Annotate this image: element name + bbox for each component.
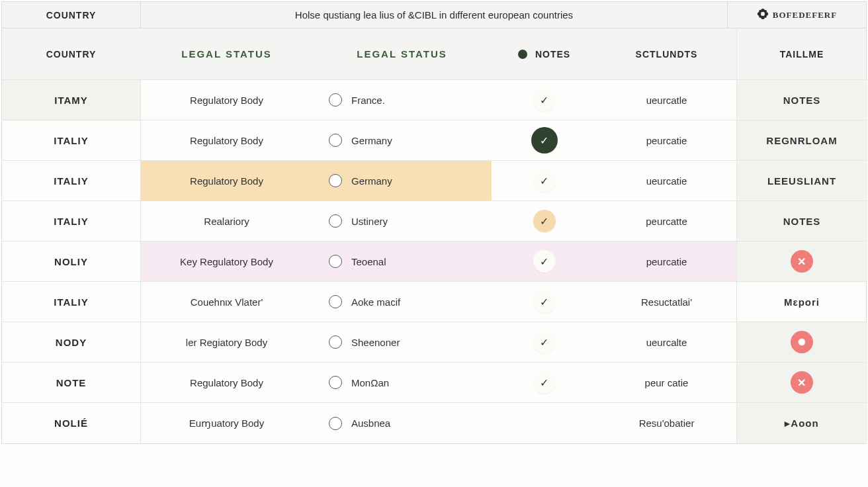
table-row[interactable]: ITALIYRegulatory BodyGermany✓ueurcatieLE… — [2, 161, 866, 201]
cell-legal-country: Ausbnea — [313, 403, 492, 443]
gear-icon[interactable]: ✺ — [791, 331, 813, 353]
flower-icon — [757, 8, 769, 22]
cell-legal-body: Euɱuatory Body — [141, 403, 313, 443]
cell-notes: ✓ — [492, 363, 597, 402]
check-icon[interactable]: ✓ — [531, 127, 558, 154]
cell-tail: Mεpori — [736, 282, 867, 322]
table-header-row: COUNTRY LEGAL STATUS LEGAL STATUS NOTES … — [2, 28, 866, 80]
cell-tail: ▸Aoon — [736, 403, 867, 443]
cell-sct: Resu'obatier — [597, 403, 736, 443]
regulatory-table: COUNTRY Holse qustiang lea lius of &CIBL… — [1, 1, 867, 444]
radio-icon[interactable] — [329, 93, 342, 107]
cell-sct: peurcatte — [597, 201, 736, 241]
check-icon[interactable]: ✓ — [533, 290, 556, 313]
cell-tail: NOTES — [736, 201, 867, 241]
svg-point-4 — [759, 10, 761, 13]
cell-legal-country-label: Aoke macif — [351, 296, 400, 308]
cell-sct: Resuctatlai' — [597, 282, 736, 322]
cell-country: ITALIY — [2, 282, 141, 322]
check-icon[interactable]: ✓ — [533, 331, 556, 353]
check-icon[interactable]: ✓ — [533, 371, 556, 394]
radio-icon[interactable] — [329, 134, 342, 147]
cell-legal-country-label: MonΩan — [351, 377, 389, 388]
svg-point-5 — [763, 10, 766, 13]
cell-tail: NOTES — [736, 80, 867, 120]
table-row[interactable]: NOTERegulatory BodyMonΩan✓peur catie✕ — [2, 363, 866, 403]
cell-legal-country: Aoke macif — [313, 282, 492, 322]
cell-legal-country-label: Germany — [351, 135, 392, 146]
cell-legal-country: Ustinery — [313, 201, 492, 241]
svg-point-6 — [759, 15, 761, 17]
cell-legal-country-label: Germany — [351, 175, 392, 187]
table-row[interactable]: ITALIYCouehnιx Vlater'Aoke macif✓Resucta… — [2, 282, 866, 322]
cell-country: NOLIY — [2, 242, 141, 281]
table-row[interactable]: ITAMYRegulatory BodyFrance.✓ueurcatleNOT… — [2, 80, 866, 120]
cell-tail: ✺ — [736, 322, 867, 362]
cell-legal-country: Germany — [313, 161, 492, 200]
brand-text: BOFEDEFERF — [773, 10, 837, 21]
table-row[interactable]: NODYler Regiatory BodySheenoner✓ueurcalt… — [2, 322, 866, 363]
cell-sct: ueurcatle — [597, 80, 736, 120]
table-row[interactable]: ITALIYRegulatory BodyGermany✓peurcatieRE… — [2, 120, 866, 161]
th-legal-1: LEGAL STATUS — [141, 28, 313, 79]
radio-icon[interactable] — [329, 174, 342, 187]
check-icon[interactable]: ✓ — [533, 169, 556, 192]
cell-country: NODY — [2, 322, 141, 362]
th-sct: SCTLUNDTS — [597, 28, 736, 79]
th-notes: NOTES — [492, 28, 597, 79]
radio-icon[interactable] — [329, 335, 342, 349]
cell-legal-body: Key Regulatory Body — [141, 242, 313, 281]
th-tail: TAILLME — [736, 28, 867, 79]
cell-country: NOTE — [2, 363, 141, 402]
table-row[interactable]: NOLIÉEuɱuatory BodyAusbneaResu'obatier▸A… — [2, 403, 866, 443]
cell-tail: REGNRLOAM — [736, 120, 867, 160]
cell-country: ITALIY — [2, 161, 141, 200]
check-icon[interactable]: ✓ — [533, 89, 556, 111]
close-icon[interactable]: ✕ — [791, 371, 813, 394]
th-legal-2: LEGAL STATUS — [313, 28, 492, 79]
table-row[interactable]: ITALIYRealarioryUstinery✓peurcatteNOTES — [2, 201, 866, 242]
radio-icon[interactable] — [329, 214, 342, 228]
cell-tail: ✕ — [736, 363, 867, 402]
cell-notes: ✓ — [492, 161, 597, 200]
svg-point-8 — [761, 13, 764, 15]
cell-sct: ueurcatie — [597, 161, 736, 200]
page-title: Holse qustiang lea lius of &CIBL in dιff… — [141, 2, 727, 28]
cell-legal-body: Regulatory Body — [141, 161, 313, 200]
cell-country: ITAMY — [2, 80, 141, 120]
cell-country: ITALIY — [2, 120, 141, 160]
cell-legal-body: Regulatory Body — [141, 120, 313, 160]
cell-legal-country-label: France. — [351, 95, 385, 106]
radio-icon[interactable] — [329, 376, 342, 389]
title-row: COUNTRY Holse qustiang lea lius of &CIBL… — [2, 2, 866, 28]
radio-icon[interactable] — [329, 417, 342, 430]
cell-legal-body: Couehnιx Vlater' — [141, 282, 313, 322]
radio-icon[interactable] — [329, 295, 342, 308]
cell-country: NOLIÉ — [2, 403, 141, 443]
cell-tail: ✕ — [736, 242, 867, 281]
cell-legal-body: ler Regiatory Body — [141, 322, 313, 362]
cell-notes: ✓ — [492, 322, 597, 362]
cell-legal-body: Regulatory Body — [141, 80, 313, 120]
cell-legal-country: Teoenal — [313, 242, 492, 281]
check-icon[interactable]: ✓ — [533, 250, 556, 273]
cell-notes: ✓ — [492, 120, 597, 160]
cell-legal-country-label: Ausbnea — [351, 418, 390, 429]
svg-point-7 — [763, 15, 766, 17]
th-country: COUNTRY — [2, 28, 141, 79]
cell-sct: peur catie — [597, 363, 736, 402]
cell-legal-country: France. — [313, 80, 492, 120]
cell-legal-body: Regulatory Body — [141, 363, 313, 402]
cell-tail: LEEUSLIANT — [736, 161, 867, 200]
radio-icon[interactable] — [329, 255, 342, 268]
cell-legal-country: Sheenoner — [313, 322, 492, 362]
cell-legal-country-label: Teoenal — [351, 256, 386, 267]
table-row[interactable]: NOLIYKey Regulatory BodyTeoenal✓peurcati… — [2, 242, 866, 282]
cell-legal-country: Germany — [313, 120, 492, 160]
cell-legal-country-label: Ustinery — [351, 216, 388, 227]
cell-notes — [492, 403, 597, 443]
cell-legal-body: Realariory — [141, 201, 313, 241]
check-icon[interactable]: ✓ — [533, 210, 556, 232]
cell-sct: peurcatie — [597, 242, 736, 281]
close-icon[interactable]: ✕ — [791, 250, 813, 273]
